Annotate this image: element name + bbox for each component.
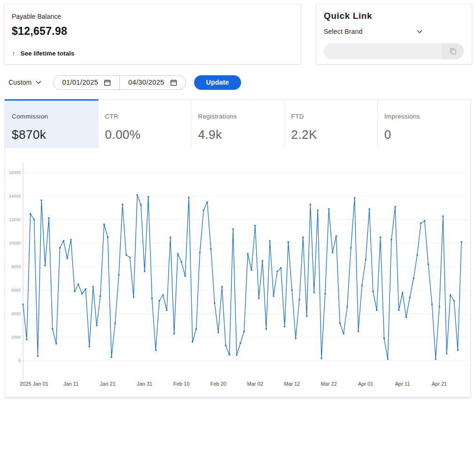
svg-text:0: 0 [18,358,21,363]
stats-chart-panel: Commission $870k CTR 0.00% Registrations… [5,99,471,397]
tab-value: 0 [384,127,470,142]
payable-balance-card: Payable Balance $12,657.98 ↑ See lifetim… [4,4,301,64]
select-brand-label: Select Brand [324,28,363,35]
start-date-input[interactable]: 01/01/2025 [54,79,119,86]
quick-link-card: Quick Link Select Brand [316,4,472,64]
tab-impressions[interactable]: Impressions 0 [378,100,470,148]
chevron-down-icon [417,30,422,33]
svg-text:Feb 10: Feb 10 [173,381,189,387]
tab-value: 2.2K [291,127,377,142]
svg-text:Apr 11: Apr 11 [395,381,410,387]
commission-line-chart: 0200040006000800010000120001400016000202… [5,148,471,398]
svg-text:2025 Jan 01: 2025 Jan 01 [20,381,48,387]
svg-text:16000: 16000 [9,170,21,175]
copy-icon [449,48,457,55]
calendar-icon[interactable] [170,79,177,86]
tab-commission[interactable]: Commission $870k [5,100,98,148]
start-date-value: 01/01/2025 [62,79,98,86]
svg-text:Jan 31: Jan 31 [137,381,152,387]
svg-text:Mar 22: Mar 22 [321,381,337,387]
svg-text:Mar 12: Mar 12 [284,381,300,387]
tab-ctr[interactable]: CTR 0.00% [98,100,191,148]
svg-text:6000: 6000 [11,288,21,293]
see-lifetime-totals-label: See lifetime totals [21,50,75,57]
date-range-preset-dropdown[interactable]: Custom [8,79,41,86]
svg-text:Mar 02: Mar 02 [247,381,263,387]
chevron-down-icon [36,80,41,84]
tab-value: $870k [12,127,98,142]
copy-link-button[interactable] [442,43,464,59]
stats-tabs-row: Commission $870k CTR 0.00% Registrations… [5,100,470,148]
line-chart-svg: 0200040006000800010000120001400016000202… [5,148,471,398]
tab-value: 0.00% [105,127,191,142]
svg-text:Jan 21: Jan 21 [100,381,116,387]
arrow-up-icon: ↑ [12,49,16,57]
end-date-value: 04/30/2025 [128,79,164,86]
svg-text:Feb 20: Feb 20 [210,381,226,387]
svg-text:12000: 12000 [9,217,21,222]
tab-label: FTD [291,113,377,120]
svg-text:8000: 8000 [11,264,21,269]
quick-link-input[interactable] [324,43,442,59]
tab-value: 4.9k [198,127,284,142]
date-filter-bar: Custom 01/01/2025 04/30/2025 Update [8,75,241,90]
select-brand-dropdown[interactable]: Select Brand [324,28,422,35]
svg-text:4000: 4000 [11,311,21,316]
svg-text:2000: 2000 [11,335,21,340]
svg-text:14000: 14000 [9,194,21,198]
payable-balance-label: Payable Balance [12,13,293,20]
date-range-preset-label: Custom [8,79,31,86]
payable-balance-amount: $12,657.98 [12,25,293,38]
svg-text:Apr 21: Apr 21 [432,381,447,387]
update-button[interactable]: Update [194,75,242,90]
quick-link-field-group [324,43,464,59]
end-date-input[interactable]: 04/30/2025 [120,79,186,86]
calendar-icon[interactable] [104,79,111,86]
tab-label: Commission [12,113,98,120]
tab-label: Impressions [384,113,470,120]
svg-text:Apr 01: Apr 01 [358,381,373,387]
tab-registrations[interactable]: Registrations 4.9k [191,100,284,148]
tab-label: CTR [105,113,191,120]
svg-text:Jan 11: Jan 11 [63,381,78,387]
tab-ftd[interactable]: FTD 2.2K [285,100,378,148]
date-range-inputs: 01/01/2025 04/30/2025 [53,75,186,90]
tab-label: Registrations [198,113,284,120]
quick-link-title: Quick Link [324,11,464,21]
svg-text:10000: 10000 [9,241,21,246]
see-lifetime-totals-link[interactable]: ↑ See lifetime totals [12,49,74,57]
